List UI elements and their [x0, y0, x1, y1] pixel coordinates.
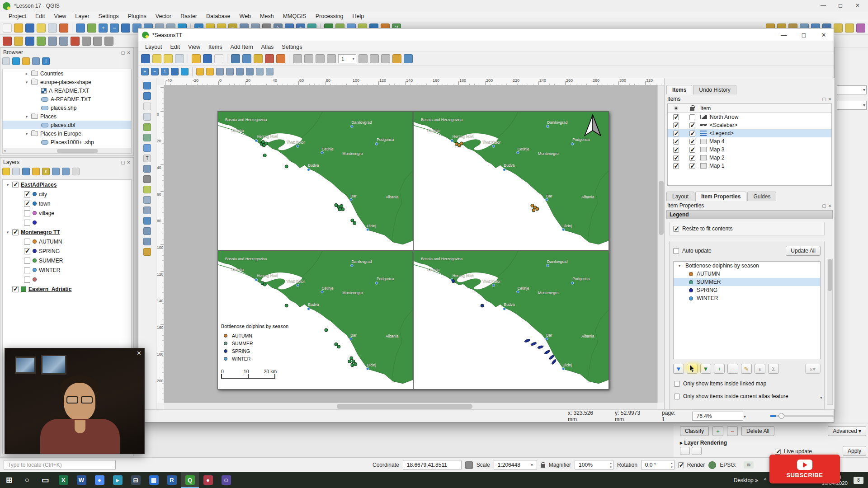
- move-feature-icon[interactable]: [48, 37, 57, 46]
- save-edits-icon[interactable]: [25, 37, 34, 46]
- items-row-map-3[interactable]: Map 3: [668, 145, 831, 154]
- legend-move-item-up-button[interactable]: ▲: [687, 364, 698, 374]
- layer-unnamed[interactable]: [3, 275, 131, 284]
- legend-child-winter[interactable]: WINTER: [674, 294, 820, 302]
- zoom-level-combo[interactable]: 76.4%: [692, 412, 743, 421]
- tool-add-picture-icon[interactable]: [143, 144, 151, 152]
- legend-filter-expression-button[interactable]: ε▾: [805, 364, 821, 374]
- item-visibility-checkbox[interactable]: [673, 139, 679, 145]
- layers-filter-legend-icon[interactable]: [32, 168, 40, 175]
- taskbar-media-app-icon[interactable]: ▸: [108, 472, 127, 488]
- layers-collapse-all-icon[interactable]: [62, 168, 70, 175]
- atlas-export-icon[interactable]: [404, 54, 413, 63]
- atlas-settings-icon[interactable]: [392, 54, 401, 63]
- layer-eastern-adriatic[interactable]: Eastern_Adriatic: [3, 284, 131, 294]
- tool-add-shape-icon[interactable]: [143, 186, 151, 193]
- toggle-editing-icon[interactable]: [14, 37, 23, 46]
- symbology-combo-2[interactable]: [837, 101, 867, 110]
- taskbar-qgis-icon[interactable]: Q: [181, 472, 199, 488]
- layout-close-button[interactable]: ✕: [814, 28, 834, 42]
- symbology-add-icon[interactable]: +: [712, 426, 723, 436]
- style-manager-icon[interactable]: [59, 23, 68, 33]
- tool-add-legend-icon[interactable]: [143, 165, 151, 173]
- legend-child-spring[interactable]: SPRING: [674, 286, 820, 294]
- epsg-readout[interactable]: EPSG:: [720, 462, 736, 468]
- extents-toggle-icon[interactable]: [465, 461, 473, 469]
- item-lock-checkbox[interactable]: [689, 163, 695, 169]
- properties-scrollbar[interactable]: [827, 259, 833, 405]
- menu-edit[interactable]: Edit: [31, 12, 49, 20]
- refresh-view-icon[interactable]: [181, 68, 189, 75]
- ungroup-items-icon[interactable]: [206, 68, 214, 75]
- pan-to-selection-icon[interactable]: [87, 23, 96, 33]
- browser-float-icon[interactable]: ▢: [121, 50, 125, 55]
- advanced-button[interactable]: Advanced ▾: [828, 426, 866, 436]
- menu-raster[interactable]: Raster: [176, 12, 201, 20]
- layer-rendering-section[interactable]: ▸ Layer Rendering: [680, 440, 727, 446]
- layer-unnamed[interactable]: [3, 218, 131, 227]
- expander-icon[interactable]: ▾: [677, 263, 682, 268]
- item-visibility-checkbox[interactable]: [673, 147, 679, 153]
- item-lock-checkbox[interactable]: [689, 114, 695, 120]
- tab-items[interactable]: Items: [666, 85, 692, 94]
- items-float-icon[interactable]: ▢: [822, 97, 826, 102]
- map-frame-1[interactable]: Bosnia and HerzegovinaCroatiaHerceg Novi…: [217, 111, 413, 250]
- crs-globe-icon[interactable]: [708, 461, 716, 469]
- props-float-icon[interactable]: ▢: [822, 203, 826, 208]
- export-as-svg-icon[interactable]: [254, 54, 263, 63]
- save-project-icon[interactable]: [25, 23, 34, 33]
- layout-menu-layout[interactable]: Layout: [141, 43, 166, 51]
- tool-pan-tool-icon[interactable]: [143, 82, 151, 89]
- tool-add-attribute-table-icon[interactable]: [143, 227, 151, 235]
- new-project-icon[interactable]: [3, 23, 12, 33]
- magnifier-spinner[interactable]: 100%: [575, 460, 613, 470]
- atlas-first-icon[interactable]: [316, 54, 325, 63]
- menu-mmqgis[interactable]: MMQGIS: [279, 12, 311, 20]
- symbology-combo-1[interactable]: [837, 85, 867, 94]
- item-lock-checkbox[interactable]: [689, 147, 695, 153]
- canvas-horizontal-scrollbar[interactable]: [164, 403, 657, 409]
- render-checkbox[interactable]: Render: [678, 462, 705, 468]
- cut-features-icon[interactable]: [82, 37, 91, 46]
- taskbar-word-icon[interactable]: W: [72, 472, 90, 488]
- maximize-button[interactable]: ◻: [832, 0, 849, 11]
- new-layout-icon[interactable]: [152, 54, 161, 63]
- unlock-items-icon[interactable]: [226, 68, 234, 75]
- menu-database[interactable]: Database: [202, 12, 235, 20]
- layout-page[interactable]: Bosnia and HerzegovinaCroatiaHerceg Novi…: [217, 111, 609, 389]
- browser-item-a-readme-txt[interactable]: A-README.TXT: [3, 86, 131, 95]
- expander-icon[interactable]: ▾: [5, 230, 10, 235]
- symbology-remove-icon[interactable]: −: [727, 426, 738, 436]
- taskbar-desktop-toolbar[interactable]: Desktop »: [734, 477, 758, 483]
- messages-icon[interactable]: ✉: [744, 461, 754, 469]
- canvas-vertical-scrollbar[interactable]: [657, 85, 664, 403]
- legend-expression-item-button[interactable]: ε: [755, 364, 765, 374]
- copy-features-icon[interactable]: [93, 37, 102, 46]
- visibility-checkbox[interactable]: [24, 201, 30, 207]
- browser-item-countries[interactable]: ▸Countries: [3, 69, 131, 78]
- visibility-checkbox[interactable]: [24, 258, 30, 264]
- item-visibility-checkbox[interactable]: [673, 114, 679, 120]
- legend-filter-legend-by-map-button[interactable]: ▼: [673, 364, 684, 374]
- tray-notifications-icon[interactable]: 8: [854, 477, 863, 484]
- raise-items-icon[interactable]: [236, 68, 244, 75]
- tool-select-move-item-icon[interactable]: [143, 103, 151, 110]
- layout-minimize-button[interactable]: ―: [774, 28, 794, 42]
- browser-refresh-browser-icon[interactable]: [12, 57, 20, 65]
- layer-town[interactable]: town: [3, 199, 131, 208]
- tool-add-map-icon[interactable]: [143, 134, 151, 141]
- menu-web[interactable]: Web: [236, 12, 255, 20]
- expander-icon[interactable]: ▸: [24, 71, 29, 76]
- map-frame-4[interactable]: Bosnia and HerzegovinaCroatiaHerceg Novi…: [413, 250, 609, 389]
- legend-child-autumn[interactable]: AUTUMN: [674, 270, 820, 278]
- items-row--legend-[interactable]: <Legend>: [668, 129, 831, 137]
- layout-menu-edit[interactable]: Edit: [166, 43, 184, 51]
- new-print-layout-icon[interactable]: [37, 23, 46, 33]
- legend-edit-legend-item-button[interactable]: ✎: [741, 364, 752, 374]
- scale-lock-icon[interactable]: [541, 464, 545, 468]
- tab-guides[interactable]: Guides: [747, 192, 776, 201]
- layout-manager-icon[interactable]: [48, 23, 57, 33]
- taskbar-start-icon[interactable]: ⊞: [0, 472, 18, 488]
- zoom-in-icon[interactable]: +: [141, 68, 149, 75]
- close-button[interactable]: ✕: [849, 0, 866, 11]
